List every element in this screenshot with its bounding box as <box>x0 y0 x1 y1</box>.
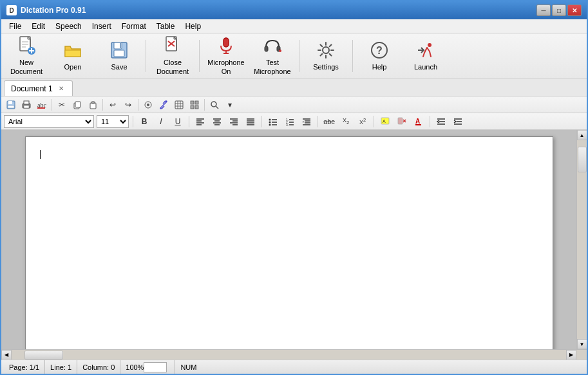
format-toolbar: abc ✂ ↩ ↪ ▾ <box>1 96 587 113</box>
scroll-thumb[interactable] <box>578 147 587 172</box>
fmt-sep-2 <box>102 99 103 111</box>
font-sep-5 <box>374 116 374 127</box>
new-document-button[interactable]: New Document <box>4 36 49 76</box>
menu-bar: FileEditSpeechInsertFormatTableHelp <box>1 19 587 33</box>
settings-label: Settings <box>313 63 339 71</box>
zoom-status: 100% <box>120 360 175 374</box>
scroll-down-button[interactable]: ▼ <box>577 339 587 349</box>
menu-item-insert[interactable]: Insert <box>87 21 117 32</box>
tab-label: Document 1 <box>11 84 53 93</box>
fmt-sep-1 <box>52 99 52 111</box>
font-name-select[interactable]: Arial Times New Roman Courier New <box>4 115 94 128</box>
launch-label: Launch <box>414 63 437 71</box>
highlight-button[interactable]: A <box>378 115 392 128</box>
h-scroll-track[interactable] <box>12 350 566 360</box>
settings-button[interactable]: Settings <box>303 36 348 76</box>
column-status: Column: 0 <box>77 360 120 374</box>
font-color-button[interactable]: A <box>412 115 426 128</box>
align-center-button[interactable] <box>210 115 224 128</box>
app-icon-letter: D <box>9 7 14 14</box>
svg-point-20 <box>279 50 281 52</box>
fmt-grid-btn[interactable] <box>187 98 202 111</box>
close-button[interactable]: ✕ <box>567 5 582 16</box>
test-microphone-button[interactable]: Test Microphone <box>250 36 295 76</box>
scroll-up-button[interactable]: ▲ <box>577 130 587 140</box>
document-area[interactable] <box>1 130 576 349</box>
clear-format-button[interactable] <box>395 115 409 128</box>
svg-rect-28 <box>8 105 14 108</box>
open-button[interactable]: Open <box>50 36 95 76</box>
svg-point-24 <box>428 43 432 47</box>
ordered-list-button[interactable]: 1.2.3. <box>283 115 297 128</box>
fmt-zoom-btn[interactable] <box>207 98 222 111</box>
horizontal-scrollbar[interactable]: ◀ ▶ <box>1 349 587 360</box>
minimize-button[interactable]: ─ <box>536 5 551 16</box>
menu-item-table[interactable]: Table <box>151 21 180 32</box>
font-sep-3 <box>261 116 262 127</box>
svg-point-68 <box>269 118 271 120</box>
microphone-icon <box>216 35 236 56</box>
underline-button[interactable]: U <box>171 115 185 128</box>
font-sep-6 <box>430 116 430 127</box>
maximize-button[interactable]: □ <box>552 5 566 16</box>
menu-item-format[interactable]: Format <box>117 21 151 32</box>
launch-button[interactable]: Launch <box>403 36 448 76</box>
decrease-indent-button[interactable] <box>434 115 448 128</box>
h-scroll-thumb[interactable] <box>24 351 63 360</box>
font-sep-4 <box>318 116 318 127</box>
scroll-track[interactable] <box>577 140 587 339</box>
fmt-print-btn[interactable] <box>19 98 33 111</box>
test-microphone-label: Test Microphone <box>253 59 292 75</box>
fmt-table-btn[interactable] <box>172 98 186 111</box>
tab-bar: Document 1 ✕ <box>1 78 587 96</box>
svg-rect-27 <box>8 101 12 104</box>
align-left-button[interactable] <box>193 115 207 128</box>
list-indent-button[interactable] <box>299 115 314 128</box>
microphone-on-button[interactable]: Microphone On <box>204 36 249 76</box>
fmt-save-btn[interactable] <box>4 98 18 111</box>
fmt-cut-btn[interactable]: ✂ <box>55 98 69 111</box>
subscript-button[interactable]: X2 <box>339 115 353 128</box>
menu-item-file[interactable]: File <box>4 21 26 32</box>
menu-item-edit[interactable]: Edit <box>26 21 50 32</box>
font-bar: Arial Times New Roman Courier New 8 10 1… <box>1 113 587 130</box>
svg-text:?: ? <box>376 45 383 56</box>
increase-indent-button[interactable] <box>451 115 465 128</box>
page-status: Page: 1/1 <box>4 360 45 374</box>
fmt-paste-btn[interactable] <box>86 98 100 111</box>
fmt-copy-btn[interactable] <box>70 98 84 111</box>
fmt-show-btn[interactable] <box>141 98 155 111</box>
fmt-undo-btn[interactable]: ↩ <box>106 98 120 111</box>
align-justify-button[interactable] <box>243 115 258 128</box>
bold-button[interactable]: B <box>137 115 151 128</box>
document-tab[interactable]: Document 1 ✕ <box>4 80 73 96</box>
help-button[interactable]: ? Help <box>357 36 402 76</box>
superscript-button[interactable]: X2 <box>356 115 370 128</box>
fmt-spell-btn[interactable]: abc <box>35 98 49 111</box>
strikethrough-button[interactable]: abc <box>322 115 336 128</box>
toolbar: New Document Open Save <box>1 33 587 78</box>
font-size-select[interactable]: 8 10 11 12 14 16 18 24 36 <box>97 115 129 128</box>
main-content: ▲ ▼ ◀ ▶ <box>1 130 587 360</box>
unordered-list-button[interactable] <box>266 115 280 128</box>
scroll-left-button[interactable]: ◀ <box>1 350 12 360</box>
fmt-zoom-dropdown-btn[interactable]: ▾ <box>223 98 237 111</box>
vertical-scrollbar[interactable]: ▲ ▼ <box>576 130 587 349</box>
save-button[interactable]: Save <box>97 36 142 76</box>
help-icon: ? <box>369 40 390 60</box>
menu-item-help[interactable]: Help <box>180 21 206 32</box>
menu-item-speech[interactable]: Speech <box>50 21 87 32</box>
italic-button[interactable]: I <box>154 115 168 128</box>
tab-close-button[interactable]: ✕ <box>57 84 66 93</box>
zoom-box <box>144 362 167 372</box>
document-page[interactable] <box>25 136 553 349</box>
svg-point-70 <box>269 121 271 123</box>
app-window: D Dictation Pro 0.91 ─ □ ✕ FileEditSpeec… <box>0 0 588 375</box>
new-document-icon <box>16 35 37 56</box>
fmt-redo-btn[interactable]: ↪ <box>121 98 135 111</box>
fmt-link-btn[interactable] <box>156 98 171 111</box>
svg-rect-31 <box>24 105 29 108</box>
close-document-button[interactable]: Close Document <box>150 36 195 76</box>
scroll-right-button[interactable]: ▶ <box>566 350 576 360</box>
align-right-button[interactable] <box>227 115 241 128</box>
